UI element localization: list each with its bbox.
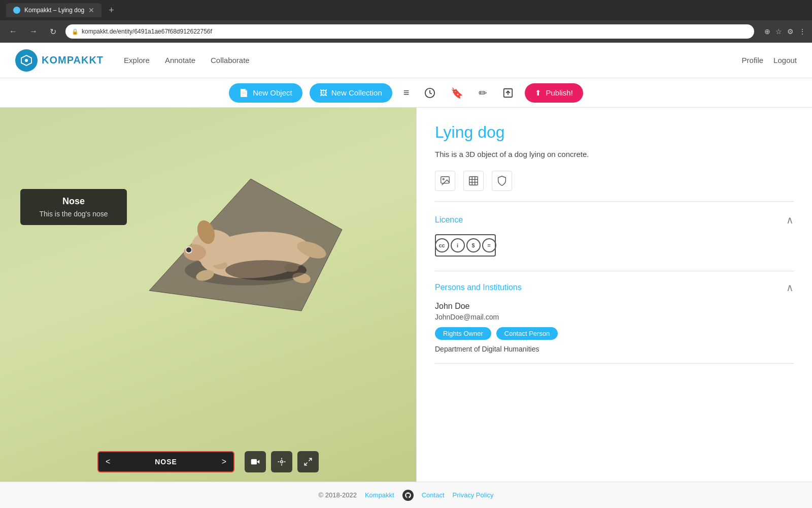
video-ctrl-button[interactable] xyxy=(245,451,266,472)
browser-tab[interactable]: Kompakkt – Lying dog ✕ xyxy=(6,3,101,17)
address-bar[interactable]: 🔒 kompakkt.de/entity/6491a1ae67f68d91262… xyxy=(65,24,754,39)
licence-title: Licence xyxy=(435,215,463,225)
tab-favicon xyxy=(13,7,20,14)
publish-label: Publish! xyxy=(546,88,572,97)
logo-text: KOMPAKKT xyxy=(42,54,104,66)
licence-badge: cc i $ = xyxy=(435,234,794,257)
new-collection-button[interactable]: 🖼 New Collection xyxy=(310,83,392,103)
svg-point-18 xyxy=(225,260,307,280)
nd-icon: = xyxy=(482,238,496,252)
info-icons xyxy=(435,171,794,202)
toolbar: 📄 New Object 🖼 New Collection ≡ 🔖 ✏ ⬆ Pu… xyxy=(0,78,812,108)
profile-link[interactable]: Profile xyxy=(742,56,764,65)
reload-button[interactable]: ↻ xyxy=(47,25,59,39)
annotation-nav: < NOSE > xyxy=(97,451,234,472)
persons-section: Persons and Institutions ∧ John Doe John… xyxy=(435,281,794,364)
persons-title: Persons and Institutions xyxy=(435,283,522,292)
table-icon-btn[interactable] xyxy=(463,171,484,191)
annotation-nav-label: NOSE xyxy=(155,458,177,466)
menu-btn[interactable]: ⋮ xyxy=(799,27,806,36)
by-icon: i xyxy=(451,238,465,252)
history-icon-btn[interactable] xyxy=(420,84,439,102)
contact-link[interactable]: Contact xyxy=(422,491,445,499)
cc-icon: cc xyxy=(435,238,449,252)
extensions-btn[interactable]: ⚙ xyxy=(787,27,794,36)
new-collection-icon: 🖼 xyxy=(320,88,327,97)
gallery-icon-btn[interactable] xyxy=(435,171,455,191)
copyright-text: © 2018-2022 xyxy=(319,491,357,499)
viewer-content: Nose This is the dog's nose xyxy=(0,108,416,482)
lock-icon: 🔒 xyxy=(72,28,79,35)
forward-button[interactable]: → xyxy=(26,25,41,38)
logo-area: KOMPAKKT xyxy=(15,49,104,72)
svg-rect-21 xyxy=(251,459,257,465)
svg-line-24 xyxy=(304,463,307,465)
person-name: John Doe xyxy=(435,302,794,311)
new-tab-button[interactable]: + xyxy=(106,5,117,16)
person-tags: Rights Owner Contact Person xyxy=(435,327,794,340)
licence-toggle-btn[interactable]: ∧ xyxy=(786,214,794,226)
svg-point-1 xyxy=(25,59,28,62)
licence-section-header: Licence ∧ xyxy=(435,214,794,226)
nav-explore[interactable]: Explore xyxy=(124,54,150,67)
object-description: This is a 3D object of a dog lying on co… xyxy=(435,149,794,161)
github-icon[interactable] xyxy=(402,490,414,501)
nav-bar: ← → ↻ 🔒 kompakkt.de/entity/6491a1ae67f68… xyxy=(0,20,812,43)
nc-icon: $ xyxy=(466,238,481,252)
person-institution: Department of Digital Humanities xyxy=(435,345,794,353)
persons-section-header: Persons and Institutions ∧ xyxy=(435,281,794,294)
focus-ctrl-button[interactable] xyxy=(271,451,292,472)
nav-tools: ⊕ ☆ ⚙ ⋮ xyxy=(764,27,806,36)
prev-annotation-button[interactable]: < xyxy=(106,457,110,466)
app-footer: © 2018-2022 Kompakkt Contact Privacy Pol… xyxy=(0,482,812,508)
annotation-title: Nose xyxy=(29,196,118,207)
header-right: Profile Logout xyxy=(742,56,797,65)
info-panel: Lying dog This is a 3D object of a dog l… xyxy=(416,108,812,482)
tab-title: Kompakkt – Lying dog xyxy=(24,7,84,14)
viewer-controls-right xyxy=(245,451,319,472)
logo-icon xyxy=(15,49,38,72)
viewer-bottom-controls: < NOSE > xyxy=(0,451,416,472)
upload-icon-btn[interactable] xyxy=(498,84,518,102)
nav-collaborate[interactable]: Collaborate xyxy=(211,54,250,67)
new-collection-label: New Collection xyxy=(331,88,382,97)
viewer-panel[interactable]: Nose This is the dog's nose xyxy=(0,108,416,482)
main-content: Nose This is the dog's nose xyxy=(0,108,812,482)
privacy-link[interactable]: Privacy Policy xyxy=(453,491,494,499)
list-icon-btn[interactable]: ≡ xyxy=(399,84,414,102)
fullscreen-ctrl-button[interactable] xyxy=(297,451,319,472)
new-object-button[interactable]: 📄 New Object xyxy=(229,83,302,103)
publish-icon: ⬆ xyxy=(535,88,542,98)
bookmark-btn[interactable]: ☆ xyxy=(775,27,782,36)
svg-marker-20 xyxy=(257,460,259,464)
tab-close-btn[interactable]: ✕ xyxy=(88,6,94,14)
new-object-icon: 📄 xyxy=(239,88,249,98)
svg-point-26 xyxy=(443,178,444,180)
svg-rect-27 xyxy=(469,176,478,185)
cc-licence-badge: cc i $ = xyxy=(435,234,496,257)
rights-owner-tag: Rights Owner xyxy=(435,327,491,340)
url-text: kompakkt.de/entity/6491a1ae67f68d9126227… xyxy=(82,28,212,35)
contact-person-tag: Contact Person xyxy=(496,327,558,340)
licence-section: Licence ∧ cc i $ = xyxy=(435,214,794,271)
edit-icon-btn[interactable]: ✏ xyxy=(475,84,491,102)
browser-chrome: Kompakkt – Lying dog ✕ + xyxy=(0,0,812,20)
svg-line-23 xyxy=(309,458,312,461)
app-header: KOMPAKKT Explore Annotate Collaborate Pr… xyxy=(0,43,812,78)
back-button[interactable]: ← xyxy=(6,25,20,38)
logout-link[interactable]: Logout xyxy=(773,56,797,65)
next-annotation-button[interactable]: > xyxy=(222,457,226,466)
object-title: Lying dog xyxy=(435,123,794,142)
header-nav: Explore Annotate Collaborate xyxy=(124,54,742,67)
translate-btn[interactable]: ⊕ xyxy=(764,27,770,36)
dog-3d-model xyxy=(144,148,357,321)
brand-link[interactable]: Kompakkt xyxy=(365,491,394,499)
publish-button[interactable]: ⬆ Publish! xyxy=(525,83,583,103)
new-object-label: New Object xyxy=(253,88,292,97)
annotation-tooltip: Nose This is the dog's nose xyxy=(20,189,127,225)
fingerprint-icon-btn[interactable] xyxy=(492,171,512,191)
bookmark-icon-btn[interactable]: 🔖 xyxy=(447,84,467,102)
persons-toggle-btn[interactable]: ∧ xyxy=(786,281,794,294)
svg-point-22 xyxy=(281,461,283,463)
nav-annotate[interactable]: Annotate xyxy=(165,54,195,67)
